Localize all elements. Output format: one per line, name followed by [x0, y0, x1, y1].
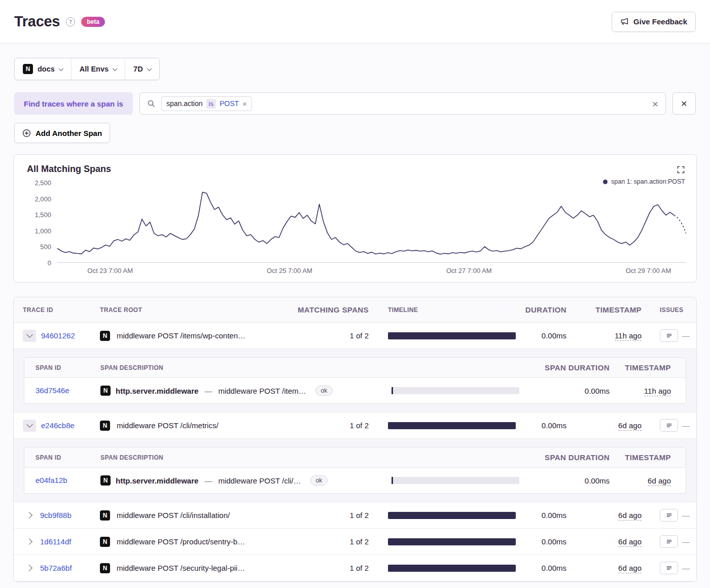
duration-value: 0.00ms [518, 421, 574, 430]
collapse-row-button[interactable] [23, 420, 36, 432]
col-span-id: SPAN ID [24, 364, 100, 371]
issues-icon[interactable] [660, 562, 678, 574]
collapse-row-button[interactable] [23, 330, 36, 342]
trace-id-link[interactable]: e246cb8e [41, 421, 75, 430]
nextjs-icon: N [100, 475, 111, 486]
date-range-label: 7D [133, 65, 143, 73]
plus-circle-icon [22, 129, 31, 137]
all-matching-spans-panel: All Matching Spans span 1: span.action:P… [13, 154, 697, 283]
col-trace-id: TRACE ID [14, 306, 100, 314]
nextjs-icon: N [100, 386, 111, 396]
table-row[interactable]: 94601262 N middleware POST /items/wp-con… [14, 323, 696, 349]
page-title: Traces [14, 13, 60, 30]
col-timeline: TIMELINE [371, 306, 518, 314]
timestamp-value: 11h ago [615, 331, 642, 341]
issues-icon[interactable] [660, 509, 678, 522]
trace-id-link[interactable]: 94601262 [41, 331, 75, 340]
chart-title: All Matching Spans [27, 164, 686, 175]
search-token[interactable]: span.action is POST × [161, 96, 252, 111]
trace-id-link[interactable]: 5b72a6bf [40, 564, 72, 572]
chevron-down-icon [26, 421, 33, 428]
trace-root-label: middleware POST /product/sentry-b… [117, 537, 245, 546]
span-timestamp-value: 11h ago [644, 387, 671, 396]
expanded-spans-section: SPAN ID SPAN DESCRIPTION SPAN DURATION T… [14, 349, 696, 412]
chevron-right-icon[interactable] [26, 565, 32, 571]
table-row[interactable]: 1d6114df N middleware POST /product/sent… [14, 529, 696, 555]
environment-selector[interactable]: All Envs [71, 58, 125, 80]
table-row[interactable]: 9cb9f88b N middleware POST /cli/installa… [14, 502, 696, 529]
add-another-span-button[interactable]: Add Another Span [14, 123, 110, 143]
chart-x-axis: Oct 23 7:00 AMOct 25 7:00 AMOct 27 7:00 … [57, 263, 686, 276]
col-trace-root: TRACE ROOT [100, 306, 295, 314]
matching-spans-count: 1 of 2 [295, 511, 371, 520]
col-span-duration: SPAN DURATION [544, 363, 610, 372]
spans-line-chart [57, 183, 686, 262]
trace-root-label: middleware POST /cli/installation/ [117, 511, 230, 520]
nextjs-icon: N [100, 563, 110, 573]
clear-search-icon[interactable]: × [652, 98, 658, 109]
issues-icon[interactable] [660, 419, 678, 432]
col-matching-spans: MATCHING SPANS [295, 305, 371, 314]
span-timestamp-value: 6d ago [648, 476, 671, 486]
span-row[interactable]: 36d7546e N http.server.middleware — midd… [24, 378, 686, 403]
span-row[interactable]: e04fa12b N http.server.middleware — midd… [24, 468, 686, 493]
chevron-down-icon [58, 66, 63, 71]
token-key: span.action [166, 99, 203, 108]
span-header-row: SPAN ID SPAN DESCRIPTION SPAN DURATION T… [24, 447, 686, 468]
x-axis-tick: Oct 23 7:00 AM [87, 267, 133, 274]
timeline-bar[interactable] [388, 512, 516, 519]
x-axis-tick: Oct 25 7:00 AM [267, 267, 312, 274]
page-header: Traces ? beta Give Feedback [0, 0, 710, 44]
nextjs-icon: N [100, 510, 110, 521]
x-axis-tick: Oct 29 7:00 AM [626, 267, 671, 274]
add-another-span-label: Add Another Span [36, 129, 102, 137]
col-timestamp: TIMESTAMP [574, 305, 650, 314]
separator: — [204, 476, 212, 485]
col-issues: ISSUES [650, 306, 696, 314]
trace-id-link[interactable]: 1d6114df [40, 537, 71, 546]
timestamp-value: 6d ago [618, 564, 642, 573]
issues-icon[interactable] [660, 329, 678, 342]
span-timeline-bar[interactable] [392, 477, 519, 484]
chevron-right-icon[interactable] [26, 512, 32, 518]
span-description-label: middleware POST /item… [218, 387, 306, 395]
megaphone-icon [620, 17, 629, 26]
span-id-link[interactable]: e04fa12b [36, 476, 67, 485]
span-timeline-bar[interactable] [392, 387, 519, 394]
y-axis-tick: 1,500 [34, 211, 51, 219]
project-selector[interactable]: N docs [15, 58, 71, 80]
table-row[interactable]: 5b72a6bf N middleware POST /security-leg… [14, 555, 696, 581]
duration-value: 0.00ms [518, 511, 574, 520]
timestamp-value: 6d ago [618, 537, 642, 547]
trace-root-label: middleware POST /items/wp-conten… [117, 331, 245, 340]
span-search-input[interactable]: span.action is POST × × [139, 92, 666, 115]
timeline-bar[interactable] [388, 332, 516, 339]
timeline-bar[interactable] [388, 422, 516, 429]
delete-span-filter-button[interactable]: × [672, 92, 696, 115]
span-duration-value: 0.00ms [544, 387, 610, 395]
duration-value: 0.00ms [518, 537, 574, 546]
traces-table: TRACE ID TRACE ROOT MATCHING SPANS TIMEL… [13, 297, 697, 582]
chart-plot-area[interactable] [57, 183, 686, 263]
span-id-link[interactable]: 36d7546e [36, 386, 69, 395]
nextjs-icon: N [100, 421, 110, 431]
give-feedback-button[interactable]: Give Feedback [612, 12, 696, 32]
search-icon [147, 99, 155, 108]
token-operator[interactable]: is [206, 99, 216, 109]
separator: — [204, 387, 212, 395]
timeline-bar[interactable] [388, 565, 516, 572]
date-range-selector[interactable]: 7D [125, 58, 159, 80]
help-icon[interactable]: ? [66, 17, 75, 26]
table-header-row: TRACE ID TRACE ROOT MATCHING SPANS TIMEL… [14, 297, 696, 323]
fullscreen-icon[interactable] [674, 163, 687, 176]
timeline-bar[interactable] [388, 538, 516, 545]
y-axis-tick: 2,000 [34, 195, 51, 202]
token-value[interactable]: POST [220, 99, 239, 108]
issues-icon[interactable] [660, 535, 678, 548]
trace-id-link[interactable]: 9cb9f88b [40, 511, 72, 520]
col-span-timestamp: TIMESTAMP [610, 363, 686, 372]
token-remove-icon[interactable]: × [242, 100, 247, 108]
add-span-row: Add Another Span [14, 123, 696, 143]
table-row[interactable]: e246cb8e N middleware POST /cli/metrics/… [14, 412, 696, 439]
chevron-right-icon[interactable] [26, 538, 32, 545]
